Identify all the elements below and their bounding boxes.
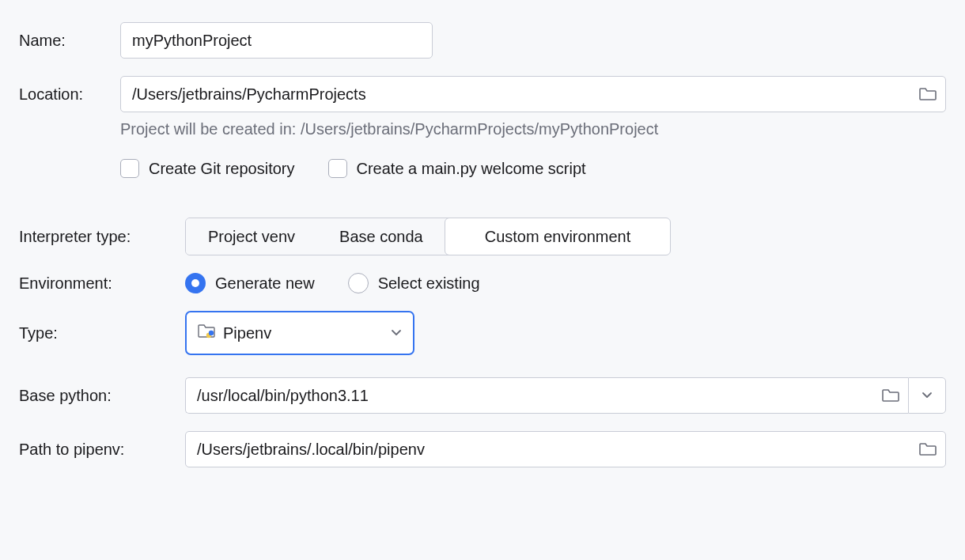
create-git-checkbox[interactable]: Create Git repository xyxy=(120,159,295,178)
browse-pipenv-button[interactable] xyxy=(910,432,945,467)
interpreter-type-row: Interpreter type: Project venv Base cond… xyxy=(19,218,946,255)
location-hint: Project will be created in: /Users/jetbr… xyxy=(120,120,946,138)
location-row: Location: /Users/jetbrains/PycharmProjec… xyxy=(19,76,946,112)
type-select-value: Pipenv xyxy=(223,324,383,342)
segment-project-venv[interactable]: Project venv xyxy=(186,218,317,255)
path-to-pipenv-input[interactable]: /Users/jetbrains/.local/bin/pipenv xyxy=(185,431,946,467)
location-value: /Users/jetbrains/PycharmProjects xyxy=(132,85,910,104)
browse-base-python-button[interactable] xyxy=(873,378,908,413)
base-python-row: Base python: /usr/local/bin/python3.11 xyxy=(19,377,946,414)
svg-point-1 xyxy=(209,330,214,335)
pipenv-folder-icon xyxy=(198,324,215,343)
browse-location-button[interactable] xyxy=(910,77,945,112)
environment-radio-group: Generate new Select existing xyxy=(185,273,480,293)
create-mainpy-checkbox[interactable]: Create a main.py welcome script xyxy=(328,159,586,178)
radio-dot-icon xyxy=(185,273,206,293)
checkbox-box-icon xyxy=(328,159,347,178)
type-row: Type: Pipenv xyxy=(19,311,946,355)
interpreter-type-label: Interpreter type: xyxy=(19,228,185,246)
checkbox-row: Create Git repository Create a main.py w… xyxy=(120,159,946,178)
path-to-pipenv-row: Path to pipenv: /Users/jetbrains/.local/… xyxy=(19,431,946,467)
radio-select-existing-label: Select existing xyxy=(378,274,480,293)
create-mainpy-label: Create a main.py welcome script xyxy=(357,160,586,178)
segment-base-conda[interactable]: Base conda xyxy=(317,218,445,255)
name-input[interactable]: myPythonProject xyxy=(120,22,433,59)
name-label: Name: xyxy=(19,32,120,50)
radio-generate-new[interactable]: Generate new xyxy=(185,273,315,293)
folder-icon xyxy=(882,388,899,403)
type-select[interactable]: Pipenv xyxy=(185,311,414,355)
chevron-down-icon xyxy=(391,329,402,337)
radio-select-existing[interactable]: Select existing xyxy=(348,273,480,293)
base-python-input[interactable]: /usr/local/bin/python3.11 xyxy=(185,377,908,414)
environment-row: Environment: Generate new Select existin… xyxy=(19,273,946,293)
segment-custom-environment[interactable]: Custom environment xyxy=(445,218,672,255)
base-python-dropdown-button[interactable] xyxy=(908,377,946,414)
interpreter-type-segmented: Project venv Base conda Custom environme… xyxy=(185,218,671,255)
base-python-label: Base python: xyxy=(19,387,185,405)
path-to-pipenv-label: Path to pipenv: xyxy=(19,441,185,459)
path-to-pipenv-value: /Users/jetbrains/.local/bin/pipenv xyxy=(197,441,910,459)
radio-dot-icon xyxy=(348,273,369,293)
checkbox-box-icon xyxy=(120,159,139,178)
environment-label: Environment: xyxy=(19,274,185,293)
folder-icon xyxy=(919,442,937,456)
name-value: myPythonProject xyxy=(132,32,252,50)
location-input[interactable]: /Users/jetbrains/PycharmProjects xyxy=(120,76,946,112)
radio-generate-new-label: Generate new xyxy=(215,274,315,293)
chevron-down-icon xyxy=(921,392,933,399)
folder-icon xyxy=(919,87,937,101)
name-row: Name: myPythonProject xyxy=(19,22,946,59)
type-label: Type: xyxy=(19,324,185,342)
location-label: Location: xyxy=(19,85,120,104)
create-git-label: Create Git repository xyxy=(149,160,295,178)
base-python-value: /usr/local/bin/python3.11 xyxy=(197,387,873,405)
